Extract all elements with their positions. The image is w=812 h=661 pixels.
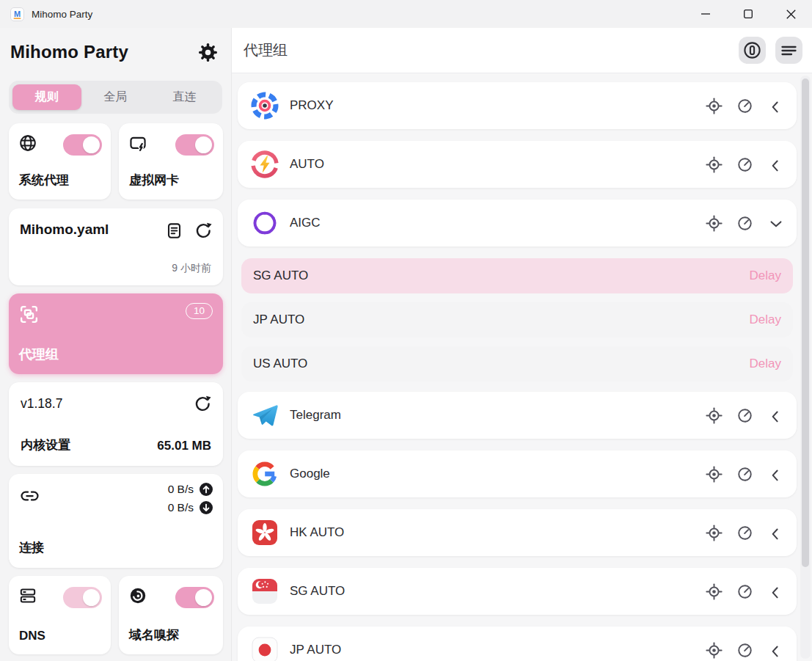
node-name: US AUTO xyxy=(253,357,307,371)
settings-button[interactable] xyxy=(197,42,218,62)
node-delay[interactable]: Delay xyxy=(750,357,781,371)
core-card[interactable]: v1.18.7 内核设置 65.01 MB xyxy=(9,382,223,466)
link-icon xyxy=(18,484,41,507)
proxy-group-row-expanded[interactable]: AIGC xyxy=(238,200,797,246)
proxy-group-row[interactable]: Google xyxy=(238,450,797,497)
delay-test-icon[interactable] xyxy=(736,407,753,424)
sidebar-header: Mihomo Party xyxy=(10,38,222,67)
upload-line: 0 B/s xyxy=(168,482,213,497)
chevron-left-icon[interactable] xyxy=(767,156,784,173)
tun-label: 虚拟网卡 xyxy=(129,172,179,189)
core-memory: 65.01 MB xyxy=(157,439,211,453)
openai-icon xyxy=(250,208,279,238)
sidebar-item-proxy-groups[interactable]: 10 代理组 xyxy=(9,293,223,374)
locate-node-icon[interactable] xyxy=(706,156,723,173)
delay-test-icon[interactable] xyxy=(736,525,753,541)
outbound-mode-tabs: 规则 全局 直连 xyxy=(9,81,222,114)
connection-label: 连接 xyxy=(19,539,44,556)
delay-test-icon[interactable] xyxy=(736,215,753,232)
node-name: JP AUTO xyxy=(253,313,304,327)
maximize-button[interactable] xyxy=(727,0,769,28)
traffic-stats: 0 B/s 0 B/s xyxy=(168,482,213,515)
system-proxy-card[interactable]: 系统代理 xyxy=(9,123,111,200)
page-title: 代理组 xyxy=(244,28,288,72)
toggle-knob xyxy=(83,589,100,606)
minimize-button[interactable] xyxy=(684,0,727,28)
group-actions xyxy=(706,583,784,600)
tab-global-mode[interactable]: 全局 xyxy=(81,84,150,110)
chevron-left-icon[interactable] xyxy=(767,466,784,483)
core-settings-label: 内核设置 xyxy=(21,437,70,453)
tun-card[interactable]: 虚拟网卡 xyxy=(119,123,223,200)
chevron-left-icon[interactable] xyxy=(767,583,784,600)
connection-card[interactable]: 0 B/s 0 B/s 连接 xyxy=(9,474,223,568)
jp-flag-icon xyxy=(250,635,279,661)
node-option[interactable]: JP AUTO Delay xyxy=(241,302,793,337)
group-actions xyxy=(706,156,784,173)
node-option[interactable]: US AUTO Delay xyxy=(241,346,793,381)
group-actions xyxy=(706,642,784,659)
main-header: 代理组 xyxy=(232,28,812,73)
tab-rule-mode[interactable]: 规则 xyxy=(12,84,81,110)
dns-toggle[interactable] xyxy=(63,587,102,608)
group-name: Telegram xyxy=(290,408,341,423)
node-delay[interactable]: Delay xyxy=(750,269,781,283)
locate-node-icon[interactable] xyxy=(706,98,723,114)
chevron-down-icon[interactable] xyxy=(767,215,784,232)
download-line: 0 B/s xyxy=(168,500,213,515)
globe-icon xyxy=(18,134,37,153)
proxy-group-row[interactable]: HK AUTO xyxy=(238,509,797,556)
proxy-wheel-icon xyxy=(250,91,279,120)
profile-card[interactable]: Mihomo.yaml 9 小时前 xyxy=(9,208,223,285)
proxy-group-row[interactable]: SG AUTO xyxy=(238,568,797,615)
node-delay[interactable]: Delay xyxy=(750,313,781,327)
hk-flag-icon xyxy=(250,518,279,547)
delay-test-icon[interactable] xyxy=(736,156,753,173)
close-button[interactable] xyxy=(769,0,812,28)
app-window: M Mihomo Party Mihomo Party xyxy=(0,0,812,661)
proxy-groups-icon xyxy=(18,304,40,325)
proxy-group-row[interactable]: Telegram xyxy=(238,392,797,439)
proxy-group-row[interactable]: AUTO xyxy=(238,141,797,188)
tun-toggle[interactable] xyxy=(175,134,214,156)
scrollbar-thumb[interactable] xyxy=(802,78,809,567)
proxy-group-row[interactable]: JP AUTO xyxy=(238,627,797,661)
close-icon xyxy=(786,10,796,19)
text-lines-icon xyxy=(779,40,799,60)
zero-circle-icon xyxy=(742,40,762,60)
locate-node-icon[interactable] xyxy=(706,407,723,424)
system-proxy-toggle[interactable] xyxy=(63,134,102,156)
chevron-left-icon[interactable] xyxy=(767,525,784,541)
delay-test-icon[interactable] xyxy=(736,466,753,483)
node-option-selected[interactable]: SG AUTO Delay xyxy=(241,258,793,293)
locate-node-icon[interactable] xyxy=(706,583,723,600)
locate-node-icon[interactable] xyxy=(706,215,723,232)
profile-updated-time: 9 小时前 xyxy=(172,262,211,275)
dns-card[interactable]: DNS xyxy=(9,576,111,654)
profile-actions xyxy=(165,222,213,240)
chevron-left-icon[interactable] xyxy=(767,407,784,424)
list-layout-button[interactable] xyxy=(775,37,802,64)
sniff-card[interactable]: 域名嗅探 xyxy=(119,576,223,654)
delay-test-icon[interactable] xyxy=(736,583,753,600)
delay-test-icon[interactable] xyxy=(736,98,753,114)
locate-node-icon[interactable] xyxy=(706,642,723,659)
sniff-toggle[interactable] xyxy=(175,587,214,608)
svg-text:M: M xyxy=(14,10,21,18)
restart-core-icon[interactable] xyxy=(194,395,212,413)
locate-node-icon[interactable] xyxy=(706,525,723,541)
delay-test-icon[interactable] xyxy=(736,642,753,659)
chevron-left-icon[interactable] xyxy=(767,642,784,659)
chevron-left-icon[interactable] xyxy=(767,98,784,114)
refresh-profile-icon[interactable] xyxy=(194,222,213,240)
stop-delay-test-button[interactable] xyxy=(739,37,766,64)
group-name: AUTO xyxy=(290,157,324,172)
file-text-icon[interactable] xyxy=(165,222,183,240)
locate-node-icon[interactable] xyxy=(706,466,723,483)
tab-direct-mode[interactable]: 直连 xyxy=(150,84,219,110)
titlebar[interactable]: M Mihomo Party xyxy=(0,0,812,28)
proxy-group-row[interactable]: PROXY xyxy=(238,82,797,129)
node-name: SG AUTO xyxy=(253,269,308,283)
proxy-group-list[interactable]: PROXY AUTO xyxy=(232,73,812,661)
app-logo-icon: M xyxy=(10,7,24,21)
